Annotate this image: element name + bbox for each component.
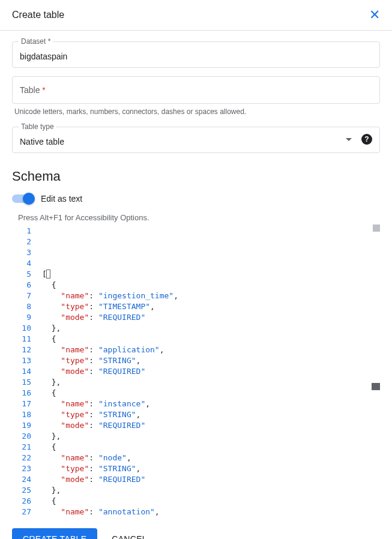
code-line: "name": "node", — [42, 453, 380, 463]
dialog-header: Create table ✕ — [0, 0, 392, 31]
edit-as-text-toggle[interactable] — [12, 194, 34, 203]
table-type-label: Table type — [19, 122, 56, 131]
close-icon[interactable]: ✕ — [369, 8, 380, 22]
code-line: "name": "instance", — [42, 399, 380, 409]
dialog-title: Create table — [12, 10, 64, 20]
table-field[interactable]: Table * — [12, 76, 380, 104]
code-line: "type": "STRING", — [42, 409, 380, 420]
code-line: "name": "application", — [42, 345, 380, 355]
dataset-input[interactable] — [20, 47, 372, 61]
schema-editor[interactable]: 1234567891011121314151617181920212223242… — [12, 224, 380, 519]
create-table-button[interactable]: CREATE TABLE — [12, 528, 97, 539]
code-line: "mode": "REQUIRED" — [42, 366, 380, 377]
dataset-field[interactable]: Dataset * — [12, 41, 380, 68]
code-line: "type": "STRING", — [42, 355, 380, 366]
code-line: "mode": "REQUIRED" — [42, 312, 380, 323]
code-line: "name": "annotation", — [42, 507, 380, 517]
dialog-footer: CREATE TABLE CANCEL — [0, 519, 392, 539]
code-line: { — [42, 334, 380, 345]
edit-as-text-label: Edit as text — [41, 194, 82, 203]
code-line: }, — [42, 323, 380, 334]
code-line: { — [42, 280, 380, 291]
code-line: }, — [42, 377, 380, 388]
schema-heading: Schema — [12, 169, 380, 184]
scrollbar-marker — [372, 383, 380, 390]
cancel-button[interactable]: CANCEL — [112, 534, 147, 539]
code-line: "type": "TIMESTAMP", — [42, 301, 380, 312]
code-line: { — [42, 442, 380, 453]
code-line: "mode": "REQUIRED" — [42, 420, 380, 431]
dataset-label: Dataset * — [19, 37, 53, 46]
code-line: }, — [42, 431, 380, 442]
editor-code[interactable]: [ { "name": "ingestion_time", "type": "T… — [42, 224, 380, 519]
toggle-knob — [23, 193, 35, 205]
table-label: Table * — [20, 85, 46, 95]
code-line: }, — [42, 485, 380, 496]
help-icon[interactable]: ? — [361, 134, 372, 145]
code-line: "type": "JSON", — [42, 517, 380, 519]
edit-as-text-row: Edit as text — [12, 194, 380, 203]
scrollbar-thumb[interactable] — [373, 224, 380, 232]
code-line: "mode": "REQUIRED" — [42, 474, 380, 485]
editor-gutter: 1234567891011121314151617181920212223242… — [12, 224, 42, 519]
accessibility-hint: Press Alt+F1 for Accessibility Options. — [18, 213, 380, 222]
table-type-value: Native table — [20, 132, 346, 146]
table-type-select[interactable]: Table type Native table ? — [12, 127, 380, 153]
code-line: "name": "ingestion_time", — [42, 291, 380, 301]
code-line: [ — [42, 269, 380, 280]
code-line: "type": "STRING", — [42, 463, 380, 474]
chevron-down-icon — [346, 138, 352, 141]
dialog-content: Dataset * Table * Unicode letters, marks… — [0, 31, 392, 519]
code-line: { — [42, 496, 380, 507]
table-helper-text: Unicode letters, marks, numbers, connect… — [14, 107, 380, 116]
code-line: { — [42, 388, 380, 399]
